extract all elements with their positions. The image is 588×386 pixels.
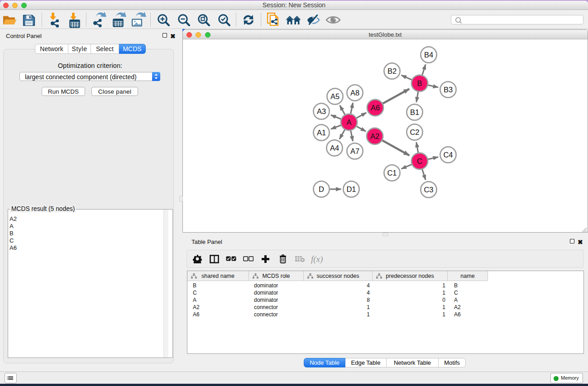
svg-text:A3: A3 [317,107,326,115]
svg-text:D1: D1 [346,185,356,193]
svg-text:A2: A2 [370,132,379,140]
svg-text:D: D [319,185,324,193]
svg-text:A7: A7 [350,147,359,155]
svg-text:B2: B2 [387,67,397,75]
svg-text:C: C [417,157,422,165]
svg-text:A8: A8 [350,89,359,97]
svg-text:A4: A4 [330,144,339,152]
svg-text:C1: C1 [387,169,397,177]
svg-text:B4: B4 [424,51,433,59]
svg-text:C2: C2 [410,128,419,136]
svg-text:A1: A1 [317,129,326,137]
svg-text:A: A [346,118,351,126]
svg-text:B3: B3 [444,86,453,94]
svg-text:B: B [417,79,422,87]
svg-text:A6: A6 [371,104,380,112]
svg-text:A5: A5 [330,92,339,100]
svg-text:B1: B1 [410,108,419,116]
svg-text:C3: C3 [424,186,433,194]
svg-text:C4: C4 [443,151,453,159]
